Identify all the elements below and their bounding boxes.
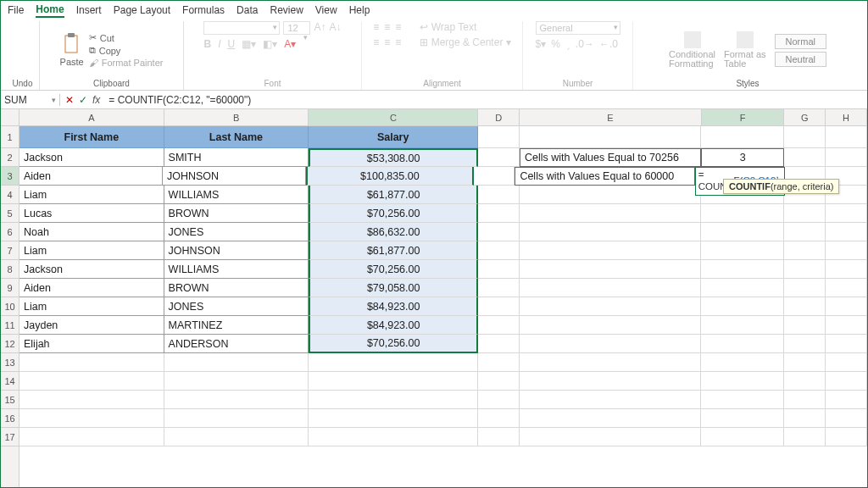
cut-button[interactable]: ✂ Cut	[89, 32, 164, 43]
cell-d7[interactable]	[478, 241, 520, 260]
cell-e14[interactable]	[520, 372, 701, 391]
cell-g13[interactable]	[784, 353, 826, 372]
cell-g11[interactable]	[784, 316, 826, 335]
percent-icon[interactable]: %	[551, 38, 560, 50]
cell-e3[interactable]: Cells with Values Equal to 60000	[515, 167, 694, 186]
cell-c7[interactable]: $61,877.00	[309, 241, 478, 260]
cell-c14[interactable]	[309, 372, 478, 391]
menu-insert[interactable]: Insert	[76, 4, 102, 16]
cell-g8[interactable]	[784, 260, 826, 279]
row-header-14[interactable]: 14	[1, 372, 19, 391]
cell-e8[interactable]	[520, 260, 701, 279]
cell-c17[interactable]	[309, 428, 478, 446]
wrap-text-button[interactable]: ↩ Wrap Text	[420, 21, 476, 33]
font-color-button[interactable]: A▾	[284, 38, 296, 50]
cell-b10[interactable]: JONES	[164, 297, 309, 316]
worksheet[interactable]: 1 2 3 4 5 6 7 8 9 10 11 12 13 14 15 16 1…	[1, 109, 867, 488]
align-left-icon[interactable]: ≡	[373, 36, 379, 48]
name-box[interactable]: SUM	[1, 94, 60, 106]
cell-f14[interactable]	[701, 372, 784, 391]
dec-decimal-icon[interactable]: ←.0	[599, 38, 618, 50]
cell-c15[interactable]	[309, 391, 478, 409]
cell-a1[interactable]: First Name	[19, 126, 164, 148]
inc-decimal-icon[interactable]: .0→	[576, 38, 594, 50]
col-header-e[interactable]: E	[520, 109, 702, 125]
cell-d8[interactable]	[478, 260, 520, 279]
menu-data[interactable]: Data	[236, 4, 258, 16]
align-top-icon[interactable]: ≡	[373, 21, 379, 33]
menu-file[interactable]: File	[8, 4, 24, 16]
cell-g5[interactable]	[784, 204, 826, 223]
cell-c4[interactable]: $61,877.00	[309, 186, 478, 204]
cell-a6[interactable]: Noah	[19, 223, 164, 241]
cell-g6[interactable]	[784, 223, 826, 241]
cell-g1[interactable]	[784, 126, 826, 148]
merge-center-button[interactable]: ⊞ Merge & Center ▾	[420, 36, 510, 48]
cell-g12[interactable]	[784, 335, 826, 353]
cell-h9[interactable]	[826, 279, 867, 297]
cell-d9[interactable]	[478, 279, 520, 297]
formula-input[interactable]	[105, 94, 867, 106]
cell-h14[interactable]	[826, 372, 867, 391]
row-header-9[interactable]: 9	[1, 279, 19, 297]
accept-formula-icon[interactable]: ✓	[79, 94, 87, 106]
cell-c6[interactable]: $86,632.00	[309, 223, 478, 241]
cell-e13[interactable]	[520, 353, 701, 372]
cell-b3[interactable]: JOHNSON	[163, 167, 306, 186]
font-family-combo[interactable]	[203, 21, 280, 35]
menu-formulas[interactable]: Formulas	[182, 4, 225, 16]
row-header-10[interactable]: 10	[1, 297, 19, 316]
cell-d5[interactable]	[478, 204, 520, 223]
format-as-table-button[interactable]: Format as Table	[724, 31, 766, 69]
cell-c3[interactable]: $100,835.00	[306, 167, 474, 186]
cell-f5[interactable]	[701, 204, 784, 223]
number-format-combo[interactable]: General	[536, 21, 620, 35]
menu-help[interactable]: Help	[349, 4, 370, 16]
cell-f13[interactable]	[701, 353, 784, 372]
cell-a3[interactable]: Aiden	[19, 167, 163, 186]
cell-grid[interactable]: First Name Last Name Salary Jackson SMIT…	[19, 126, 867, 446]
increase-font-icon[interactable]: A↑	[314, 21, 326, 35]
row-header-2[interactable]: 2	[1, 148, 19, 167]
cell-f17[interactable]	[701, 428, 784, 446]
cell-h2[interactable]	[826, 148, 867, 167]
cell-e17[interactable]	[520, 428, 701, 446]
cell-f2[interactable]: 3	[701, 148, 784, 167]
cell-f8[interactable]	[701, 260, 784, 279]
cell-e9[interactable]	[520, 279, 701, 297]
cell-b17[interactable]	[164, 428, 309, 446]
cell-b2[interactable]: SMITH	[164, 148, 309, 167]
menu-page-layout[interactable]: Page Layout	[114, 4, 170, 16]
cell-h11[interactable]	[826, 316, 867, 335]
col-header-g[interactable]: G	[784, 109, 826, 125]
cell-h7[interactable]	[826, 241, 867, 260]
row-header-4[interactable]: 4	[1, 186, 19, 204]
underline-button[interactable]: U	[228, 38, 236, 50]
cell-f6[interactable]	[701, 223, 784, 241]
cell-h1[interactable]	[826, 126, 867, 148]
cell-b8[interactable]: WILLIAMS	[164, 260, 309, 279]
currency-icon[interactable]: $▾	[536, 38, 547, 50]
cell-c13[interactable]	[309, 353, 478, 372]
fx-icon[interactable]: fx	[92, 94, 100, 106]
col-header-c[interactable]: C	[309, 109, 478, 125]
cell-b4[interactable]: WILLIAMS	[164, 186, 309, 204]
cell-d6[interactable]	[478, 223, 520, 241]
align-mid-icon[interactable]: ≡	[384, 21, 390, 33]
row-header-3[interactable]: 3	[1, 167, 19, 186]
cell-e2[interactable]: Cells with Values Equal to 70256	[520, 148, 701, 167]
cell-b13[interactable]	[164, 353, 309, 372]
align-center-icon[interactable]: ≡	[384, 36, 390, 48]
cell-b15[interactable]	[164, 391, 309, 409]
border-button[interactable]: ▦▾	[242, 38, 256, 50]
cell-d10[interactable]	[478, 297, 520, 316]
cell-e15[interactable]	[520, 391, 701, 409]
cell-g17[interactable]	[784, 428, 826, 446]
cell-e7[interactable]	[520, 241, 701, 260]
cell-g10[interactable]	[784, 297, 826, 316]
cell-b16[interactable]	[164, 409, 309, 428]
row-header-1[interactable]: 1	[1, 126, 19, 148]
cell-g9[interactable]	[784, 279, 826, 297]
cell-e1[interactable]	[520, 126, 701, 148]
col-header-d[interactable]: D	[478, 109, 520, 125]
